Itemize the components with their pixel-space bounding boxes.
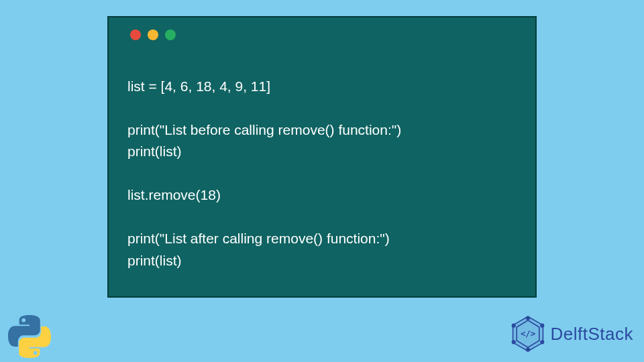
close-icon — [130, 29, 141, 40]
delftstack-logo-icon: </> — [509, 315, 547, 353]
svg-point-3 — [526, 316, 529, 319]
code-line: print("List after calling remove() funct… — [127, 231, 390, 246]
code-line: list.remove(18) — [127, 187, 221, 202]
svg-point-6 — [526, 348, 529, 351]
code-line: print(list) — [127, 143, 182, 159]
code-area: list = [4, 6, 18, 4, 9, 11] print("List … — [127, 54, 517, 272]
delftstack-brand: </> DelftStack — [509, 315, 634, 353]
minimize-icon — [148, 29, 158, 40]
brand-name: DelftStack — [551, 324, 634, 345]
svg-point-7 — [512, 341, 515, 343]
code-line: print("List before calling remove() func… — [127, 122, 401, 137]
svg-point-5 — [541, 341, 543, 343]
code-line: list = [4, 6, 18, 4, 9, 11] — [127, 78, 270, 94]
svg-text:</>: </> — [520, 329, 535, 339]
svg-point-8 — [512, 324, 515, 326]
svg-point-4 — [541, 324, 543, 326]
maximize-icon — [165, 29, 176, 40]
traffic-lights — [130, 29, 517, 40]
python-logo-icon — [8, 315, 51, 358]
code-window: list = [4, 6, 18, 4, 9, 11] print("List … — [107, 16, 537, 298]
code-line: print(list) — [127, 253, 182, 268]
